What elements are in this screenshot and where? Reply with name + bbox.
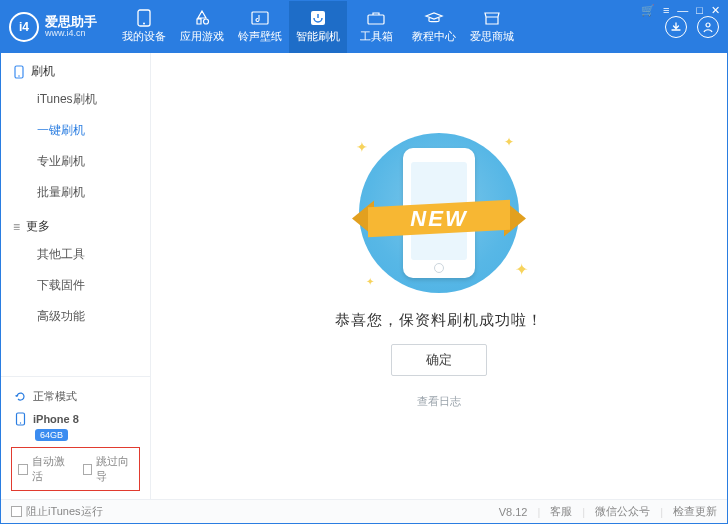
brand-url: www.i4.cn — [45, 29, 97, 39]
check-update-link[interactable]: 检查更新 — [673, 504, 717, 519]
phone-icon — [13, 412, 27, 426]
top-nav: 我的设备 应用游戏 铃声壁纸 智能刷机 工具箱 教程中心 — [115, 1, 521, 53]
nav-store[interactable]: 爱思商城 — [463, 1, 521, 53]
svg-rect-5 — [368, 15, 384, 24]
sidebar-item-pro-flash[interactable]: 专业刷机 — [1, 146, 150, 177]
download-button[interactable] — [665, 16, 687, 38]
cart-icon[interactable]: 🛒 — [641, 4, 655, 17]
nav-label: 智能刷机 — [296, 29, 340, 44]
apps-icon — [192, 10, 212, 26]
nav-my-device[interactable]: 我的设备 — [115, 1, 173, 53]
checkbox-label: 自动激活 — [32, 454, 69, 484]
nav-apps[interactable]: 应用游戏 — [173, 1, 231, 53]
version-text: V8.12 — [499, 506, 528, 518]
wechat-link[interactable]: 微信公众号 — [595, 504, 650, 519]
nav-label: 铃声壁纸 — [238, 29, 282, 44]
success-illustration: ✦✦ ✦✦ NEW — [344, 133, 534, 293]
device-icon — [134, 10, 154, 26]
success-message: 恭喜您，保资料刷机成功啦！ — [335, 311, 543, 330]
refresh-icon — [13, 390, 27, 404]
svg-rect-3 — [252, 12, 268, 24]
section-title-text: 更多 — [26, 218, 50, 235]
nav-toolbox[interactable]: 工具箱 — [347, 1, 405, 53]
sidebar-item-oneclick-flash[interactable]: 一键刷机 — [1, 115, 150, 146]
sidebar-item-batch-flash[interactable]: 批量刷机 — [1, 177, 150, 208]
menu-icon[interactable]: ≡ — [663, 4, 669, 17]
nav-label: 爱思商城 — [470, 29, 514, 44]
options-highlight: 自动激活 跳过向导 — [11, 447, 140, 491]
svg-point-10 — [19, 422, 20, 423]
nav-label: 教程中心 — [412, 29, 456, 44]
main-panel: ✦✦ ✦✦ NEW 恭喜您，保资料刷机成功啦！ 确定 查看日志 — [151, 53, 727, 499]
tutorial-icon — [424, 10, 444, 26]
view-log-link[interactable]: 查看日志 — [417, 394, 461, 409]
sidebar-section-more[interactable]: ≡ 更多 — [1, 208, 150, 239]
logo[interactable]: i4 爱思助手 www.i4.cn — [9, 12, 97, 42]
sidebar-item-itunes-flash[interactable]: iTunes刷机 — [1, 84, 150, 115]
flash-icon — [308, 10, 328, 26]
skip-guide-checkbox[interactable]: 跳过向导 — [83, 454, 134, 484]
ok-button[interactable]: 确定 — [391, 344, 487, 376]
footer: 阻止iTunes运行 V8.12 | 客服 | 微信公众号 | 检查更新 — [1, 499, 727, 523]
device-info[interactable]: iPhone 8 — [11, 408, 140, 430]
store-icon — [482, 10, 502, 26]
block-itunes-checkbox[interactable]: 阻止iTunes运行 — [11, 504, 103, 519]
header: i4 爱思助手 www.i4.cn 我的设备 应用游戏 铃声壁纸 智能刷机 — [1, 1, 727, 53]
svg-point-6 — [706, 23, 710, 27]
support-link[interactable]: 客服 — [550, 504, 572, 519]
logo-icon: i4 — [9, 12, 39, 42]
svg-point-1 — [143, 23, 145, 25]
close-icon[interactable]: ✕ — [711, 4, 720, 17]
nav-label: 我的设备 — [122, 29, 166, 44]
brand-name: 爱思助手 — [45, 15, 97, 29]
mode-text: 正常模式 — [33, 389, 77, 404]
nav-label: 应用游戏 — [180, 29, 224, 44]
account-button[interactable] — [697, 16, 719, 38]
maximize-icon[interactable]: □ — [696, 4, 703, 17]
minimize-icon[interactable]: — — [677, 4, 688, 17]
window-controls: 🛒 ≡ — □ ✕ — [641, 4, 720, 17]
auto-activate-checkbox[interactable]: 自动激活 — [18, 454, 69, 484]
nav-flash[interactable]: 智能刷机 — [289, 1, 347, 53]
sidebar-item-download-firmware[interactable]: 下载固件 — [1, 270, 150, 301]
wallpaper-icon — [250, 10, 270, 26]
sidebar-section-flash[interactable]: 刷机 — [1, 53, 150, 84]
device-name: iPhone 8 — [33, 413, 79, 425]
list-icon: ≡ — [13, 220, 20, 234]
nav-label: 工具箱 — [360, 29, 393, 44]
sidebar: 刷机 iTunes刷机 一键刷机 专业刷机 批量刷机 ≡ 更多 其他工具 下载固… — [1, 53, 151, 499]
svg-point-2 — [204, 19, 209, 24]
phone-icon — [13, 65, 25, 79]
checkbox-label: 跳过向导 — [96, 454, 133, 484]
nav-ringtones[interactable]: 铃声壁纸 — [231, 1, 289, 53]
checkbox-label: 阻止iTunes运行 — [26, 504, 103, 519]
sidebar-item-advanced[interactable]: 高级功能 — [1, 301, 150, 332]
svg-point-8 — [18, 75, 20, 77]
storage-badge: 64GB — [35, 429, 68, 441]
nav-tutorials[interactable]: 教程中心 — [405, 1, 463, 53]
toolbox-icon — [366, 10, 386, 26]
section-title-text: 刷机 — [31, 63, 55, 80]
device-mode[interactable]: 正常模式 — [11, 385, 140, 408]
sidebar-item-other-tools[interactable]: 其他工具 — [1, 239, 150, 270]
new-ribbon: NEW — [354, 196, 524, 242]
